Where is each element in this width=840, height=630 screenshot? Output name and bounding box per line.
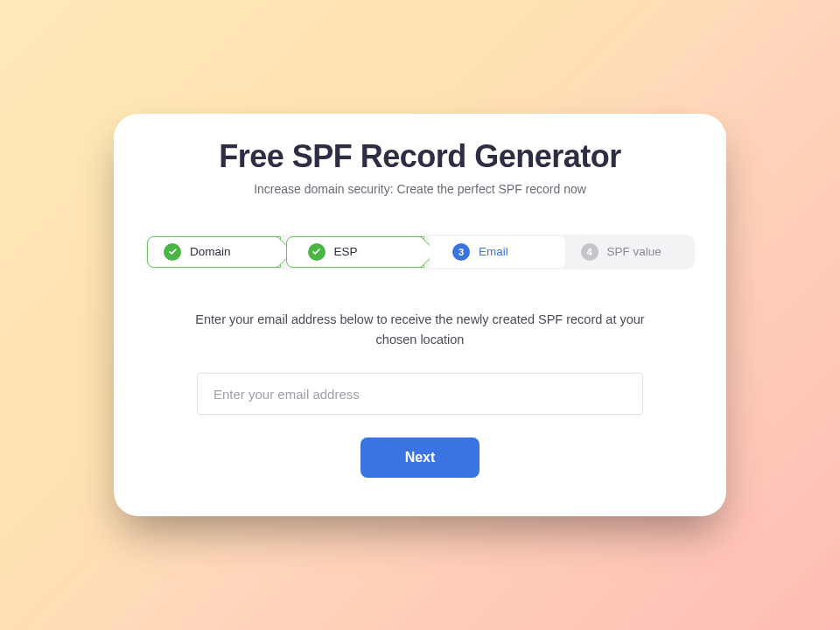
step-domain[interactable]: Domain [147,236,281,268]
page-title: Free SPF Record Generator [145,138,695,175]
step-number-icon: 4 [581,243,598,261]
email-input[interactable] [197,373,643,415]
step-spf-value[interactable]: 4 SPF value [565,236,694,268]
next-button[interactable]: Next [360,438,480,478]
check-icon [308,243,326,261]
step-label: Email [479,245,508,258]
step-number-icon: 3 [452,243,470,261]
check-icon [164,243,181,261]
step-esp[interactable]: ESP [286,236,425,268]
step-content: Enter your email address below to receiv… [145,310,695,478]
page-subtitle: Increase domain security: Create the per… [145,182,695,196]
wizard-stepper: Domain ESP 3 Email 4 SPF value [145,234,695,270]
step-email[interactable]: 3 Email [430,236,565,268]
step-label: Domain [190,245,231,258]
step-label: SPF value [607,245,662,258]
step-label: ESP [334,245,358,258]
generator-card: Free SPF Record Generator Increase domai… [114,114,726,516]
instruction-text: Enter your email address below to receiv… [192,310,648,350]
